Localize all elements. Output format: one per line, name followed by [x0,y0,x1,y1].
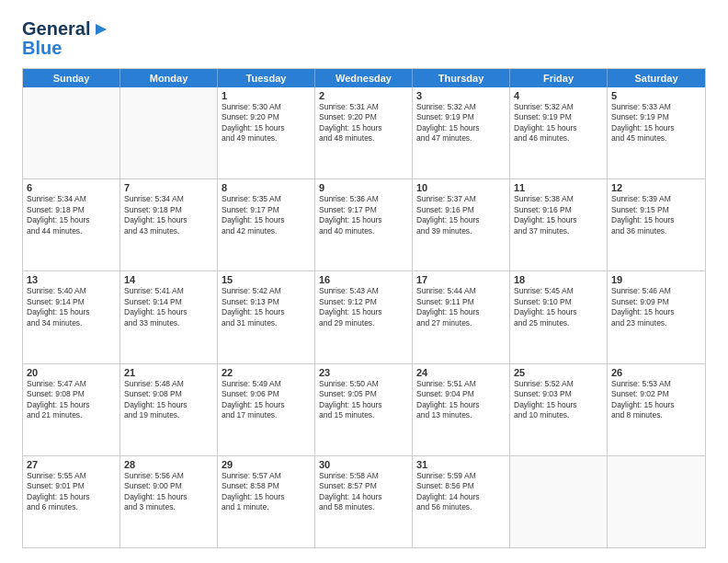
calendar-cell [120,87,218,178]
calendar: SundayMondayTuesdayWednesdayThursdayFrid… [22,68,706,548]
cell-info: Sunrise: 5:34 AM Sunset: 9:18 PM Dayligh… [27,194,116,236]
day-number: 20 [27,367,116,378]
day-number: 17 [416,274,506,285]
logo-blue-word: Blue [22,38,62,59]
calendar-cell: 13Sunrise: 5:40 AM Sunset: 9:14 PM Dayli… [23,271,120,362]
calendar-cell: 7Sunrise: 5:34 AM Sunset: 9:18 PM Daylig… [120,179,218,270]
cell-info: Sunrise: 5:55 AM Sunset: 9:01 PM Dayligh… [27,471,116,513]
calendar-cell: 2Sunrise: 5:31 AM Sunset: 9:20 PM Daylig… [315,87,413,178]
cell-info: Sunrise: 5:56 AM Sunset: 9:00 PM Dayligh… [124,471,213,513]
cell-info: Sunrise: 5:53 AM Sunset: 9:02 PM Dayligh… [611,379,701,421]
cell-info: Sunrise: 5:45 AM Sunset: 9:10 PM Dayligh… [514,286,603,328]
day-number: 29 [222,459,311,470]
day-number: 4 [514,90,603,101]
day-number: 1 [222,90,311,101]
cell-info: Sunrise: 5:36 AM Sunset: 9:17 PM Dayligh… [319,194,408,236]
day-number: 14 [124,274,213,285]
calendar-cell: 27Sunrise: 5:55 AM Sunset: 9:01 PM Dayli… [23,456,120,547]
day-number: 10 [416,182,506,193]
calendar-cell: 22Sunrise: 5:49 AM Sunset: 9:06 PM Dayli… [218,364,315,455]
cell-info: Sunrise: 5:43 AM Sunset: 9:12 PM Dayligh… [319,286,408,328]
cell-info: Sunrise: 5:57 AM Sunset: 8:58 PM Dayligh… [222,471,311,513]
cell-info: Sunrise: 5:33 AM Sunset: 9:19 PM Dayligh… [611,102,701,144]
cell-info: Sunrise: 5:59 AM Sunset: 8:56 PM Dayligh… [416,471,506,513]
weekday-header: Wednesday [315,69,413,87]
day-number: 15 [222,274,311,285]
calendar-cell: 29Sunrise: 5:57 AM Sunset: 8:58 PM Dayli… [218,456,315,547]
day-number: 30 [319,459,408,470]
calendar-cell [23,87,120,178]
calendar-cell: 9Sunrise: 5:36 AM Sunset: 9:17 PM Daylig… [315,179,413,270]
header: GeneralBlue [22,18,706,59]
cell-info: Sunrise: 5:30 AM Sunset: 9:20 PM Dayligh… [222,102,311,144]
cell-info: Sunrise: 5:39 AM Sunset: 9:15 PM Dayligh… [611,194,701,236]
cell-info: Sunrise: 5:49 AM Sunset: 9:06 PM Dayligh… [222,379,311,421]
cell-info: Sunrise: 5:50 AM Sunset: 9:05 PM Dayligh… [319,379,408,421]
calendar-cell: 6Sunrise: 5:34 AM Sunset: 9:18 PM Daylig… [23,179,120,270]
day-number: 7 [124,182,213,193]
calendar-cell: 12Sunrise: 5:39 AM Sunset: 9:15 PM Dayli… [608,179,705,270]
calendar-cell [510,456,608,547]
day-number: 31 [416,459,506,470]
cell-info: Sunrise: 5:32 AM Sunset: 9:19 PM Dayligh… [416,102,506,144]
day-number: 6 [27,182,116,193]
weekday-header: Friday [510,69,608,87]
day-number: 26 [611,367,701,378]
calendar-cell: 25Sunrise: 5:52 AM Sunset: 9:03 PM Dayli… [510,364,608,455]
day-number: 22 [222,367,311,378]
weekday-header: Thursday [413,69,510,87]
cell-info: Sunrise: 5:42 AM Sunset: 9:13 PM Dayligh… [222,286,311,328]
calendar-cell: 24Sunrise: 5:51 AM Sunset: 9:04 PM Dayli… [413,364,510,455]
logo-general-word: General [22,18,90,40]
calendar-row: 1Sunrise: 5:30 AM Sunset: 9:20 PM Daylig… [23,87,705,178]
cell-info: Sunrise: 5:38 AM Sunset: 9:16 PM Dayligh… [514,194,603,236]
day-number: 25 [514,367,603,378]
calendar-cell: 21Sunrise: 5:48 AM Sunset: 9:08 PM Dayli… [120,364,218,455]
calendar-cell: 17Sunrise: 5:44 AM Sunset: 9:11 PM Dayli… [413,271,510,362]
calendar-body: 1Sunrise: 5:30 AM Sunset: 9:20 PM Daylig… [23,87,705,547]
calendar-cell: 16Sunrise: 5:43 AM Sunset: 9:12 PM Dayli… [315,271,413,362]
day-number: 28 [124,459,213,470]
calendar-row: 13Sunrise: 5:40 AM Sunset: 9:14 PM Dayli… [23,270,705,362]
cell-info: Sunrise: 5:58 AM Sunset: 8:57 PM Dayligh… [319,471,408,513]
cell-info: Sunrise: 5:51 AM Sunset: 9:04 PM Dayligh… [416,379,506,421]
day-number: 27 [27,459,116,470]
day-number: 16 [319,274,408,285]
cell-info: Sunrise: 5:44 AM Sunset: 9:11 PM Dayligh… [416,286,506,328]
calendar-cell: 18Sunrise: 5:45 AM Sunset: 9:10 PM Dayli… [510,271,608,362]
day-number: 18 [514,274,603,285]
weekday-header: Monday [120,69,218,87]
cell-info: Sunrise: 5:48 AM Sunset: 9:08 PM Dayligh… [124,379,213,421]
calendar-cell: 10Sunrise: 5:37 AM Sunset: 9:16 PM Dayli… [413,179,510,270]
calendar-header: SundayMondayTuesdayWednesdayThursdayFrid… [23,69,705,87]
calendar-cell: 3Sunrise: 5:32 AM Sunset: 9:19 PM Daylig… [413,87,510,178]
logo: GeneralBlue [22,18,110,59]
calendar-cell: 31Sunrise: 5:59 AM Sunset: 8:56 PM Dayli… [413,456,510,547]
calendar-row: 6Sunrise: 5:34 AM Sunset: 9:18 PM Daylig… [23,178,705,270]
day-number: 21 [124,367,213,378]
calendar-cell: 28Sunrise: 5:56 AM Sunset: 9:00 PM Dayli… [120,456,218,547]
day-number: 23 [319,367,408,378]
weekday-header: Saturday [608,69,705,87]
calendar-row: 20Sunrise: 5:47 AM Sunset: 9:08 PM Dayli… [23,363,705,455]
day-number: 5 [611,90,701,101]
day-number: 12 [611,182,701,193]
calendar-cell: 11Sunrise: 5:38 AM Sunset: 9:16 PM Dayli… [510,179,608,270]
cell-info: Sunrise: 5:47 AM Sunset: 9:08 PM Dayligh… [27,379,116,421]
day-number: 3 [416,90,506,101]
day-number: 19 [611,274,701,285]
cell-info: Sunrise: 5:41 AM Sunset: 9:14 PM Dayligh… [124,286,213,328]
weekday-header: Sunday [23,69,120,87]
weekday-header: Tuesday [218,69,315,87]
logo-triangle-icon [92,20,110,39]
calendar-cell [608,456,705,547]
day-number: 8 [222,182,311,193]
calendar-cell: 26Sunrise: 5:53 AM Sunset: 9:02 PM Dayli… [608,364,705,455]
page: GeneralBlue SundayMondayTuesdayWednesday… [0,0,728,563]
calendar-cell: 4Sunrise: 5:32 AM Sunset: 9:19 PM Daylig… [510,87,608,178]
calendar-cell: 30Sunrise: 5:58 AM Sunset: 8:57 PM Dayli… [315,456,413,547]
calendar-cell: 15Sunrise: 5:42 AM Sunset: 9:13 PM Dayli… [218,271,315,362]
cell-info: Sunrise: 5:46 AM Sunset: 9:09 PM Dayligh… [611,286,701,328]
calendar-cell: 1Sunrise: 5:30 AM Sunset: 9:20 PM Daylig… [218,87,315,178]
logo-combined: General [22,18,110,40]
